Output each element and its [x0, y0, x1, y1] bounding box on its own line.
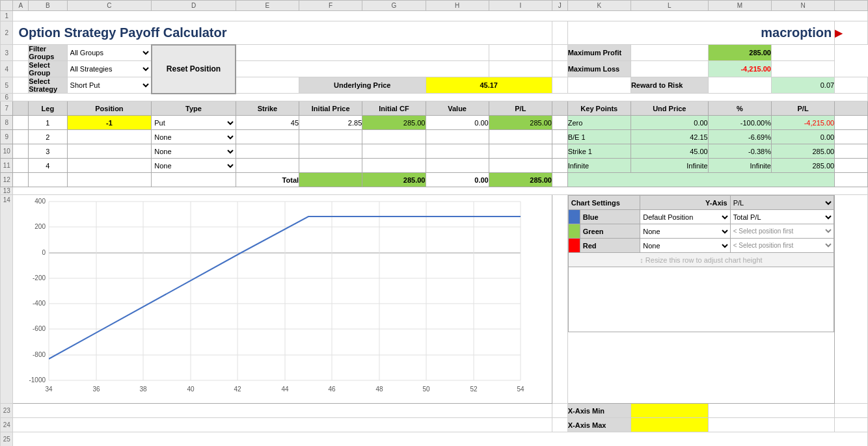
row-13-num: 13 — [1, 187, 13, 195]
blue-right-select[interactable]: Total P/L — [731, 213, 834, 222]
col-initial-cf-header: Initial CF — [362, 101, 426, 116]
leg-1-type[interactable]: Put — [152, 116, 236, 130]
select-strategy-dropdown[interactable]: Short Put — [67, 77, 152, 94]
svg-text:400: 400 — [35, 198, 46, 205]
leg-1-position[interactable]: -1 — [67, 116, 152, 130]
col-g-header: G — [362, 1, 426, 11]
kp-row-2-pct: -0.38% — [708, 144, 771, 159]
chart-settings-title: Chart Settings — [568, 196, 640, 210]
max-loss-value: -4,215.00 — [708, 61, 771, 77]
reward-to-risk-label: Reward to Risk — [631, 77, 708, 94]
kp-row-1-und: 42.15 — [631, 130, 708, 144]
svg-text:44: 44 — [282, 386, 290, 393]
row-10-num: 10 — [1, 144, 13, 159]
select-group-label: Select Group — [29, 61, 67, 77]
max-loss-label: Maximum Loss — [567, 61, 631, 77]
x-axis-max-value[interactable] — [631, 418, 708, 432]
col-position-header: Position — [67, 101, 152, 116]
col-f-header: F — [299, 1, 362, 11]
red-label: Red — [580, 239, 640, 253]
underlying-price-value[interactable]: 45.17 — [426, 77, 552, 94]
leg-1-type-select[interactable]: Put — [152, 118, 236, 127]
select-group-select[interactable]: All Strategies — [68, 64, 151, 73]
select-group-dropdown[interactable]: All Strategies — [67, 61, 152, 77]
total-initial-cf: 285.00 — [362, 173, 426, 187]
underlying-price-label: Underlying Price — [299, 77, 426, 94]
svg-text:34: 34 — [46, 386, 53, 393]
red-right-dropdown[interactable]: < Select position first — [730, 239, 834, 253]
leg-3-position[interactable] — [67, 144, 152, 159]
row-4-num: 4 — [1, 61, 13, 77]
reward-to-risk-value: 0.07 — [771, 77, 834, 94]
svg-text:-200: -200 — [33, 274, 46, 282]
blue-right-dropdown[interactable]: Total P/L — [730, 210, 834, 224]
blue-label: Blue — [580, 210, 640, 224]
kp-row-3-pl: 285.00 — [771, 159, 834, 173]
green-position-select[interactable]: None — [640, 227, 729, 236]
svg-text:38: 38 — [140, 386, 148, 393]
select-strategy-label: Select Strategy — [29, 77, 67, 94]
green-label: Green — [580, 224, 640, 239]
blue-position-dropdown[interactable]: Default Position — [640, 210, 730, 224]
kp-row-1-label: B/E 1 — [567, 130, 631, 144]
leg-4-position[interactable] — [67, 159, 152, 173]
chart-settings-panel: Chart Settings Y-Axis P/L ■ Blue — [567, 195, 834, 404]
app-title: Option Strategy Payoff Calculator — [13, 21, 552, 45]
kp-row-0-und: 0.00 — [631, 116, 708, 130]
col-c-header: C — [67, 1, 152, 11]
leg-2-type[interactable]: None — [152, 130, 236, 144]
filter-groups-dropdown[interactable]: All Groups — [67, 45, 152, 61]
leg-1-value: 0.00 — [426, 116, 489, 130]
col-value-header: Value — [426, 101, 489, 116]
row-24-num: 24 — [1, 418, 13, 432]
red-right-select[interactable]: < Select position first — [731, 241, 834, 250]
col-j-header: J — [552, 1, 567, 11]
select-strategy-select[interactable]: Short Put — [68, 81, 151, 90]
resize-hint: ↕ Resize this row to adjust chart height — [568, 253, 834, 267]
leg-1-initial-price[interactable]: 2.85 — [299, 116, 362, 130]
row-25-num: 25 — [1, 432, 13, 447]
leg-1-strike[interactable]: 45 — [236, 116, 299, 130]
kp-row-2-und: 45.00 — [631, 144, 708, 159]
total-initial-price — [299, 173, 362, 187]
total-pl: 285.00 — [489, 173, 552, 187]
leg-3-type-select[interactable]: None — [152, 147, 236, 156]
y-axis-dropdown[interactable]: P/L — [730, 196, 834, 210]
red-position-select[interactable]: None — [640, 241, 729, 250]
x-axis-min-value[interactable] — [631, 404, 708, 418]
green-position-dropdown[interactable]: None — [640, 224, 730, 239]
leg-1-pl: 285.00 — [489, 116, 552, 130]
leg-2-num: 2 — [29, 130, 67, 144]
green-right-dropdown[interactable]: < Select position first — [730, 224, 834, 239]
green-color-indicator: ■ — [568, 224, 580, 239]
row-2-num: 2 — [1, 21, 13, 45]
leg-1-initial-cf: 285.00 — [362, 116, 426, 130]
col-d-header: D — [152, 1, 236, 11]
leg-4-type-select[interactable]: None — [152, 161, 236, 170]
x-axis-min-label: X-Axis Min — [567, 404, 631, 418]
col-m-header: M — [708, 1, 771, 11]
kp-header-pl: P/L — [771, 101, 834, 116]
leg-1-num: 1 — [29, 116, 67, 130]
col-n-header: N — [771, 1, 834, 11]
green-right-select[interactable]: < Select position first — [731, 227, 834, 235]
total-label: Total — [236, 173, 299, 187]
row-23-num: 23 — [1, 404, 13, 418]
leg-3-type[interactable]: None — [152, 144, 236, 159]
kp-row-1-pl: 0.00 — [771, 130, 834, 144]
col-leg-header: Leg — [29, 101, 67, 116]
red-position-dropdown[interactable]: None — [640, 239, 730, 253]
svg-text:0: 0 — [42, 249, 46, 256]
corner-cell — [1, 1, 13, 11]
y-axis-select[interactable]: P/L — [731, 198, 834, 207]
filter-groups-select[interactable]: All Groups — [68, 48, 151, 57]
leg-4-type[interactable]: None — [152, 159, 236, 173]
logo-icon: ▶ — [835, 27, 843, 38]
svg-text:-800: -800 — [33, 351, 46, 358]
blue-position-select[interactable]: Default Position — [640, 213, 729, 222]
leg-2-type-select[interactable]: None — [152, 133, 236, 142]
reset-position-button[interactable]: Reset Position — [152, 45, 236, 94]
kp-row-2-pl: 285.00 — [771, 144, 834, 159]
col-h-header: H — [426, 1, 489, 11]
leg-2-position[interactable] — [67, 130, 152, 144]
